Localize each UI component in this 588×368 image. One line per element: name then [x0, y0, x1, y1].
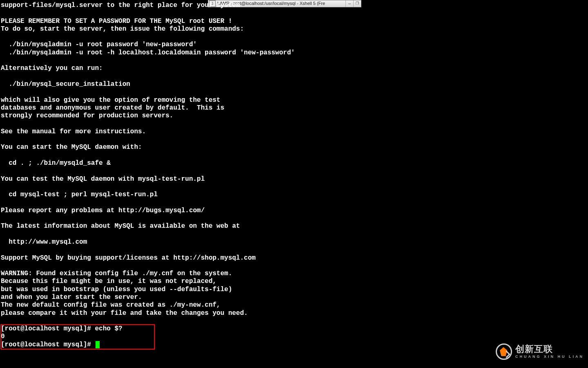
- watermark-logo: 创新互联 CHUANG XIN HU LIAN: [496, 343, 584, 360]
- terminal-output[interactable]: support-files/mysql.server to the right …: [1, 2, 295, 317]
- watermark-text-main: 创新互联: [515, 345, 584, 354]
- window-minimize-button[interactable]: [345, 0, 353, 7]
- watermark-text-sub: CHUANG XIN HU LIAN: [515, 355, 584, 359]
- prompt-line-1: [root@localhost mysql]# echo $?: [1, 325, 122, 332]
- watermark-icon: [496, 343, 512, 360]
- window-restore-button[interactable]: [353, 0, 361, 7]
- terminal-prompt-block[interactable]: [root@localhost mysql]# echo $? 0 [root@…: [1, 325, 122, 349]
- terminal-cursor: [96, 341, 100, 348]
- prompt-line-2: [root@localhost mysql]#: [1, 341, 95, 348]
- echo-result: 0: [1, 333, 5, 340]
